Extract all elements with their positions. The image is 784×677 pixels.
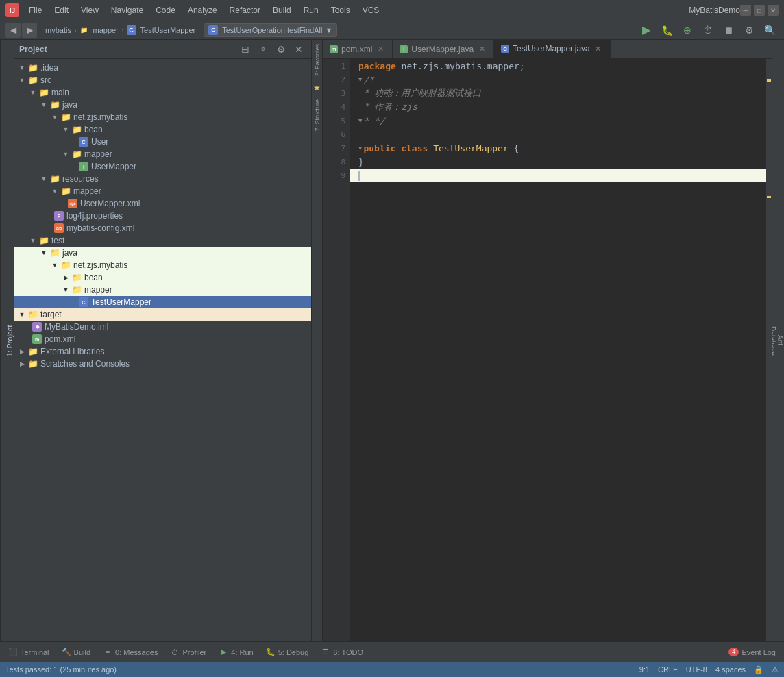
tree-item-mapper-test[interactable]: ▼ 📁 mapper [14,284,311,296]
scroll-to-center-button[interactable]: ⌖ [256,42,270,56]
tree-item-idea[interactable]: ▼ 📁 .idea [14,62,311,74]
stop-button[interactable]: ⏹ [720,23,737,38]
folder-icon-bean: 📁 [71,124,82,135]
btab-todo[interactable]: ☰ 6: TODO [315,645,369,659]
tab-close-usermapper[interactable]: ✕ [477,45,487,54]
fold-class[interactable]: ▼ [358,145,362,151]
debug-button[interactable]: 🐛 [658,23,676,38]
menu-view[interactable]: View [75,4,104,16]
arrow-bean-test: ▶ [60,272,71,283]
tab-usermapper-java[interactable]: I UserMapper.java ✕ [393,40,494,58]
tree-item-mybatis-config[interactable]: </> mybatis-config.xml [14,222,311,234]
tree-item-pkg-test[interactable]: ▼ 📁 net.zjs.mybatis [14,259,311,271]
search-button[interactable]: 🔍 [761,23,779,38]
code-editor[interactable]: 1 2 3 4 5 6 7 8 9 package net.zjs.mybati… [323,59,772,641]
sidebar-tab-project[interactable]: 1: Project [6,321,14,360]
close-panel-button[interactable]: ✕ [292,42,306,56]
editor-scroll-bar[interactable] [766,59,772,641]
title-bar: IJ File Edit View Navigate Code Analyze … [0,0,784,21]
back-arrow[interactable]: ◀ [5,23,21,38]
sidebar-tab-favorites[interactable]: 2: Favorites [312,40,322,80]
status-message: Tests passed: 1 (25 minutes ago) [5,665,117,674]
tab-close-pom[interactable]: ✕ [376,45,385,54]
tree-item-test[interactable]: ▼ 📁 test [14,234,311,247]
pkg-icon-test: 📁 [60,260,71,271]
menu-tools[interactable]: Tools [326,4,356,16]
tab-testusermapper-java[interactable]: C TestUserMapper.java ✕ [494,40,611,58]
tab-label-pom: pom.xml [341,45,372,54]
tree-item-target[interactable]: ▼ 📁 target [14,308,311,321]
tree-item-resources[interactable]: ▼ 📁 resources [14,173,311,185]
tree-item-iml[interactable]: ◆ MyBatisDemo.iml [14,321,311,333]
btab-debug[interactable]: 🐛 5: Debug [260,645,315,659]
minimize-button[interactable]: ─ [740,5,751,16]
menu-analyze[interactable]: Analyze [182,4,223,16]
right-tab-ant[interactable]: Ant [776,331,784,349]
tree-label-mybatis-config: mybatis-config.xml [66,223,134,233]
tree-item-mapper-main[interactable]: ▼ 📁 mapper [14,148,311,160]
btab-event-log[interactable]: 4 Event Log [723,645,781,658]
menu-navigate[interactable]: Navigate [106,4,149,16]
btab-label-build: Build [74,648,90,656]
breadcrumb-mybatis[interactable]: mybatis [45,26,71,34]
menu-run[interactable]: Run [298,4,324,16]
prop-icon-log4j: P [53,210,64,221]
fold-comment-end[interactable]: ▼ [358,117,362,124]
bottom-tab-bar: ⬛ Terminal 🔨 Build ≡ 0: Messages ⏱ Profi… [0,641,784,662]
arrow-scratches: ▶ [16,358,27,369]
tree-item-scratches[interactable]: ▶ 📁 Scratches and Consoles [14,358,311,370]
tab-pom-xml[interactable]: m pom.xml ✕ [323,40,393,58]
run-button[interactable]: ▶ [637,23,655,38]
btab-profiler[interactable]: ⏱ Profiler [164,645,212,659]
tree-item-user-class[interactable]: C User [14,136,311,148]
breadcrumb-class[interactable]: TestUserMapper [140,26,196,34]
editor-tab-bar: m pom.xml ✕ I UserMapper.java ✕ C TestUs… [323,40,772,59]
btab-build[interactable]: 🔨 Build [56,645,96,659]
btab-messages[interactable]: ≡ 0: Messages [97,645,163,659]
code-content[interactable]: package net.zjs.mybatis.mapper; ▼ /* * 功… [350,59,766,641]
tools-button[interactable]: ⚙ [740,23,758,38]
coverage-button[interactable]: ⊕ [678,23,696,38]
favorites-star[interactable]: ★ [312,80,322,95]
maximize-button[interactable]: □ [754,5,765,16]
tree-item-usermapper[interactable]: I UserMapper [14,160,311,173]
tree-item-ext-lib[interactable]: ▶ 📁 External Libraries [14,345,311,358]
tree-item-usermapper-xml[interactable]: </> UserMapper.xml [14,197,311,210]
tree-item-testusermapper[interactable]: C TestUserMapper [14,296,311,308]
menu-refactor[interactable]: Refactor [224,4,266,16]
breadcrumb-mapper[interactable]: mapper [93,26,119,34]
project-tree[interactable]: ▼ 📁 .idea ▼ 📁 src ▼ 📁 main ▼ [14,59,311,641]
close-button[interactable]: ✕ [768,5,779,16]
tree-item-log4j[interactable]: P log4j.properties [14,210,311,222]
tree-item-src[interactable]: ▼ 📁 src [14,74,311,86]
menu-file[interactable]: File [23,4,47,16]
code-line-9[interactable] [350,169,766,182]
btab-terminal[interactable]: ⬛ Terminal [3,645,55,659]
btab-run[interactable]: ▶ 4: Run [213,645,258,659]
tree-item-main[interactable]: ▼ 📁 main [14,86,311,99]
tree-item-pom[interactable]: m pom.xml [14,333,311,345]
left-sidebar-tabs: 1: Project [0,40,14,641]
collapse-all-button[interactable]: ⊟ [238,42,252,56]
tab-close-testusermapper[interactable]: ✕ [593,44,603,53]
menu-edit[interactable]: Edit [49,4,74,16]
settings-button[interactable]: ⚙ [274,42,288,56]
arrow-idea: ▼ [16,62,27,73]
menu-code[interactable]: Code [150,4,181,16]
sidebar-tab-structure[interactable]: 7: Structure [312,95,322,136]
tree-label-usermapper-xml: UserMapper.xml [80,199,140,208]
fold-comment[interactable]: ▼ [358,76,362,83]
target-icon: 📁 [27,309,38,320]
tree-item-pkg-main[interactable]: ▼ 📁 net.zjs.mybatis [14,111,311,123]
tree-item-java-test[interactable]: ▼ 📁 java [14,247,311,259]
menu-vcs[interactable]: VCS [357,4,385,16]
tree-item-bean[interactable]: ▼ 📁 bean [14,123,311,136]
folder-icon-mapper-res: 📁 [60,186,71,197]
tree-item-java-main[interactable]: ▼ 📁 java [14,99,311,111]
tree-item-mapper-res[interactable]: ▼ 📁 mapper [14,185,311,197]
forward-arrow[interactable]: ▶ [22,23,37,38]
tree-item-bean-test[interactable]: ▶ 📁 bean [14,271,311,284]
menu-build[interactable]: Build [267,4,297,16]
method-dropdown[interactable]: C TestUserOperation.testFindAll ▼ [204,23,337,37]
profile-button[interactable]: ⏱ [699,23,717,38]
